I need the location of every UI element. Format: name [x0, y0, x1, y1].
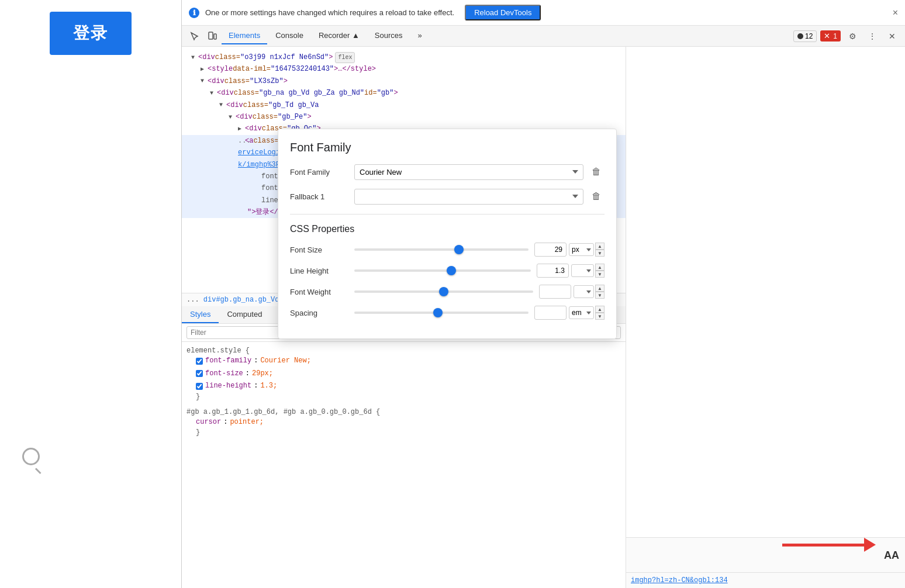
tree-line[interactable]: ▼ <div class="gb_Td gb_Va [182, 99, 626, 111]
spacing-slider[interactable] [354, 312, 529, 314]
font-weight-row: Font Weight px ▲ ▼ [290, 285, 605, 299]
triangle-icon[interactable]: ▶ [238, 124, 245, 134]
line-height-thumb[interactable] [447, 266, 456, 275]
elements-tab[interactable]: Elements [222, 27, 267, 44]
font-size-stepper: ▲ ▼ [595, 243, 605, 257]
fallback1-label: Fallback 1 [290, 192, 354, 201]
line-height-up-button[interactable]: ▲ [595, 264, 605, 271]
line-height-row: Line Height px em ▲ ▼ [290, 264, 605, 278]
error-badge: ✕ 1 [820, 30, 841, 41]
font-weight-thumb[interactable] [439, 287, 448, 296]
prop-name: font-size [205, 368, 243, 381]
dot-icon [797, 33, 803, 39]
tree-line[interactable]: ▶ <style data-iml="1647532240143">…</sty… [182, 63, 626, 75]
notification-message: One or more settings have changed which … [205, 8, 454, 17]
arrow-body [782, 544, 864, 547]
tree-line[interactable]: ▼ <div class="gb_Pe"> [182, 111, 626, 123]
spacing-input[interactable] [534, 306, 567, 320]
flex-badge: flex [335, 52, 355, 63]
inspector-icon[interactable] [186, 28, 203, 44]
font-weight-slider[interactable] [354, 290, 533, 293]
spacing-unit-select[interactable]: em px rem [569, 306, 594, 319]
font-weight-down-button[interactable]: ▼ [595, 292, 605, 299]
prop-value: 1.3; [260, 380, 277, 393]
prop-value: pointer; [230, 416, 264, 429]
triangle-icon[interactable]: ▼ [229, 112, 236, 122]
styles-close-brace: } [196, 393, 621, 401]
line-height-unit-select[interactable]: px em [571, 264, 594, 277]
triangle-icon[interactable]: ▼ [219, 100, 226, 110]
more-tabs-button[interactable]: » [411, 27, 429, 44]
status-link[interactable]: imghp?hl=zh-CN&ogbl:134 [631, 576, 728, 584]
svg-rect-0 [209, 32, 213, 39]
font-family-checkbox[interactable] [196, 358, 203, 365]
font-weight-up-button[interactable]: ▲ [595, 285, 605, 292]
element-style-rule: element.style { font-family : Courier Ne… [186, 347, 621, 401]
font-weight-unit: px ▲ ▼ [574, 285, 605, 299]
delete-font-family-button[interactable]: 🗑 [588, 164, 605, 180]
font-size-slider[interactable] [354, 248, 529, 251]
breadcrumb-text: ... [186, 296, 199, 304]
line-height-unit: px em ▲ ▼ [571, 264, 605, 278]
line-height-slider[interactable] [354, 269, 531, 272]
info-icon: ℹ [189, 8, 199, 18]
reload-devtools-button[interactable]: Reload DevTools [465, 5, 541, 20]
tree-line[interactable]: ▼ <div class="LX3sZb"> [182, 75, 626, 87]
prop-row: font-family : Courier New; [196, 355, 621, 368]
settings-icon[interactable]: ⚙ [844, 28, 861, 44]
notification-close-button[interactable]: × [893, 8, 898, 18]
close-devtools-icon[interactable]: ✕ [884, 28, 900, 44]
device-toolbar-icon[interactable] [204, 28, 220, 44]
line-height-stepper: ▲ ▼ [595, 264, 605, 278]
font-size-thumb[interactable] [454, 245, 464, 254]
prop-value: 29px; [252, 368, 273, 381]
spacing-thumb[interactable] [433, 308, 443, 317]
svg-rect-1 [214, 34, 216, 39]
prop-name: cursor [196, 416, 221, 429]
tree-line[interactable]: ▼ <div class="gb_na gb_Vd gb_Za gb_Nd" i… [182, 87, 626, 99]
font-size-input[interactable] [534, 243, 567, 257]
font-weight-unit-select[interactable]: px [574, 285, 594, 298]
font-size-down-button[interactable]: ▼ [595, 250, 605, 257]
fallback1-select[interactable]: Arial sans-serif [354, 189, 583, 205]
triangle-icon[interactable]: ▼ [191, 53, 198, 63]
devtools-toolbar: Elements Console Recorder ▲ Sources » 12… [182, 26, 905, 47]
line-height-down-button[interactable]: ▼ [595, 271, 605, 278]
prop-name: font-family [205, 355, 251, 368]
status-arrow [782, 538, 876, 552]
prop-name: line-height [205, 380, 251, 393]
sources-tab[interactable]: Sources [368, 27, 410, 44]
triangle-icon[interactable]: ▶ [201, 64, 208, 74]
font-size-up-button[interactable]: ▲ [595, 243, 605, 250]
line-height-checkbox[interactable] [196, 383, 203, 390]
font-size-row: Font Size px em rem ▲ ▼ [290, 243, 605, 257]
font-size-unit-select[interactable]: px em rem [569, 243, 594, 256]
toolbar-right: 12 ✕ 1 ⚙ ⋮ ✕ [793, 28, 900, 44]
error-count: 1 [833, 32, 837, 40]
styles-tab[interactable]: Styles [182, 306, 219, 323]
spacing-down-button[interactable]: ▼ [595, 313, 605, 320]
font-weight-input[interactable] [539, 285, 571, 299]
font-size-checkbox[interactable] [196, 370, 203, 377]
tree-line[interactable]: ▼ <div class="o3j99 n1xJcf Ne6nSd"> flex [182, 51, 626, 63]
search-icon [16, 442, 46, 471]
fallback1-row: Fallback 1 Arial sans-serif 🗑 [290, 188, 605, 205]
spacing-up-button[interactable]: ▲ [595, 306, 605, 313]
triangle-icon[interactable]: ▼ [210, 88, 217, 98]
computed-tab[interactable]: Computed [219, 306, 270, 323]
console-tab[interactable]: Console [268, 27, 310, 44]
recorder-tab[interactable]: Recorder ▲ [312, 27, 367, 44]
font-family-row: Font Family Courier New Arial Georgia Ti… [290, 164, 605, 180]
console-count-badge: 12 [793, 30, 817, 42]
line-height-input[interactable] [537, 264, 569, 278]
more-options-icon[interactable]: ⋮ [864, 28, 880, 44]
aa-text: AA [884, 549, 899, 561]
styles-close-brace: } [196, 428, 621, 437]
font-family-select[interactable]: Courier New Arial Georgia Times New Roma… [354, 164, 583, 180]
login-button[interactable]: 登录 [50, 12, 132, 55]
styles-selector: #gb a.gb_1.gb_1.gb_6d, #gb a.gb_0.gb_0.g… [186, 408, 621, 416]
delete-fallback-button[interactable]: 🗑 [588, 188, 605, 205]
spacing-row: Spacing em px rem ▲ ▼ [290, 306, 605, 320]
styles-block: font-family : Courier New; font-size : 2… [186, 355, 621, 401]
triangle-icon[interactable]: ▼ [201, 76, 208, 86]
